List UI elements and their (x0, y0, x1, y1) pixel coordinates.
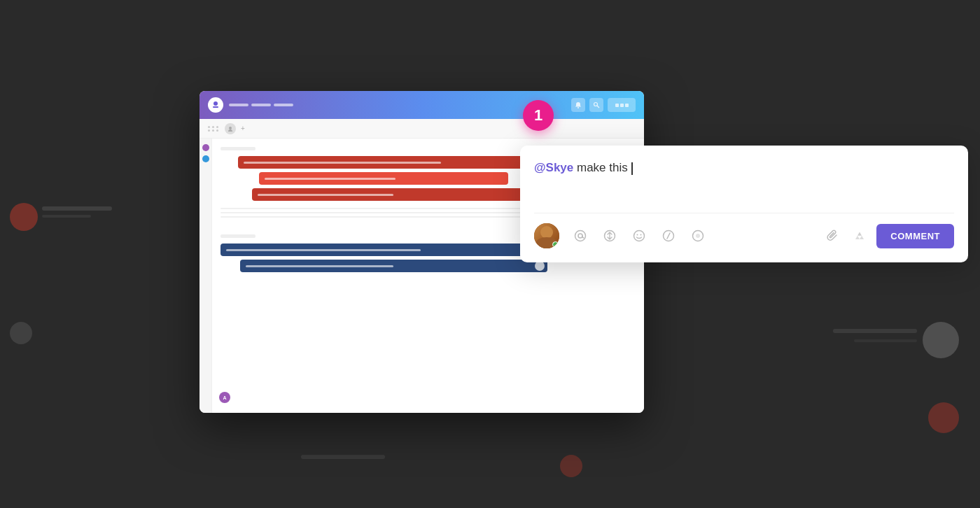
google-drive-icon[interactable] (850, 226, 869, 246)
mention-text: @Skye (534, 161, 573, 174)
user-icon (225, 123, 236, 134)
menu-icon[interactable] (608, 98, 636, 112)
attach-icon[interactable] (823, 226, 843, 246)
svg-point-15 (696, 234, 700, 238)
bg-avatar-1 (10, 203, 38, 231)
task-bar-text-2 (265, 178, 396, 180)
task-bar-text-3 (258, 194, 393, 196)
svg-point-6 (575, 231, 586, 241)
bg-text-3 (833, 329, 917, 333)
nav-item-3 (274, 104, 293, 106)
bg-avatar-5 (560, 455, 582, 477)
svg-point-7 (578, 234, 582, 238)
svg-rect-1 (213, 106, 218, 108)
grid-icon (208, 126, 219, 132)
comment-body-text: make this (573, 161, 631, 174)
notification-number: 1 (534, 106, 542, 125)
comment-text-area[interactable]: @Skye make this (534, 160, 954, 202)
svg-point-9 (634, 231, 645, 241)
bell-icon[interactable] (571, 98, 585, 112)
task-bar-blue-2 (240, 260, 547, 272)
slash-icon[interactable] (659, 226, 678, 246)
app-logo (208, 97, 223, 113)
bg-text-1 (42, 206, 112, 211)
card-toolbar: + (200, 119, 644, 139)
user-avatar (534, 223, 559, 248)
comment-button[interactable]: COMMENT (876, 224, 954, 248)
bg-text-2 (42, 215, 91, 218)
bg-text-4 (854, 339, 917, 342)
card-header-left (208, 97, 293, 113)
svg-point-5 (229, 127, 232, 129)
svg-line-4 (597, 106, 599, 108)
emoji-icon[interactable] (629, 226, 649, 246)
toolbar-icons (570, 226, 816, 246)
bg-avatar-4 (928, 402, 959, 433)
sidebar-dot-1 (202, 144, 209, 151)
svg-point-10 (637, 234, 638, 236)
comment-popup: @Skye make this (520, 146, 968, 262)
search-icon[interactable] (589, 98, 603, 112)
card-sidebar (200, 139, 212, 413)
task-bar-text-blue-1 (226, 249, 421, 251)
nav-item-1 (229, 104, 248, 106)
notification-badge: 1 (523, 100, 554, 131)
nav-item-2 (251, 104, 271, 106)
online-indicator (552, 241, 559, 248)
task-bar-text-1 (244, 162, 441, 164)
sidebar-dot-2 (202, 155, 209, 162)
red-section-title (220, 147, 255, 150)
blue-section-title (220, 234, 255, 238)
svg-point-3 (594, 103, 598, 106)
toolbar-right: COMMENT (823, 224, 954, 248)
card-header (200, 91, 644, 119)
svg-line-13 (667, 233, 670, 239)
toolbar-actions: + (225, 123, 247, 134)
record-icon[interactable] (688, 226, 708, 246)
arrows-icon[interactable] (600, 226, 620, 246)
task-bar-red-2 (259, 172, 508, 185)
svg-point-11 (640, 234, 642, 236)
card-header-right (571, 98, 636, 112)
comment-toolbar: COMMENT (534, 213, 954, 248)
bg-avatar-2 (10, 322, 32, 344)
svg-point-0 (214, 101, 218, 106)
task-bar-red-3 (252, 188, 534, 201)
task-bar-text-blue-2 (246, 265, 393, 267)
text-cursor (631, 162, 633, 175)
bottom-avatar: A (219, 392, 230, 403)
svg-point-2 (578, 107, 579, 108)
bg-avatar-3 (923, 322, 959, 358)
bg-text-5 (301, 455, 385, 459)
at-mention-icon[interactable] (570, 226, 590, 246)
